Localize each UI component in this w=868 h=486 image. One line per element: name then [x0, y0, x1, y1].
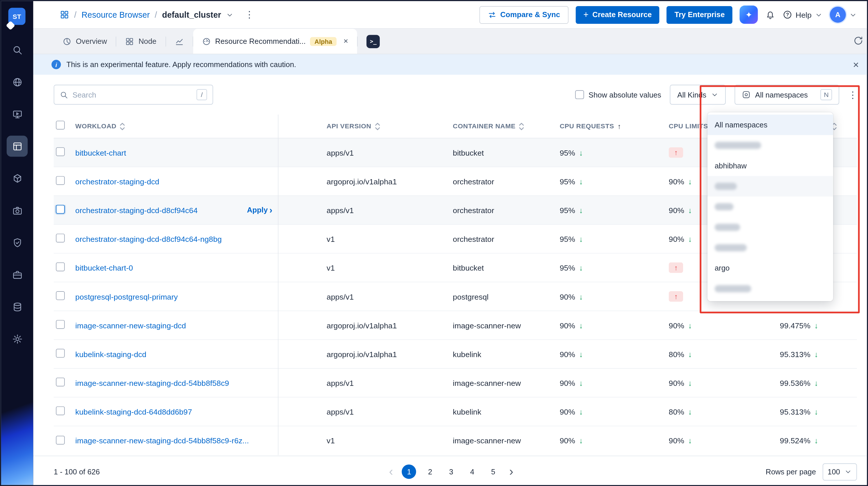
prev-page-button[interactable]: ‹ — [387, 466, 395, 478]
namespace-option-redacted[interactable] — [708, 135, 833, 156]
create-resource-button[interactable]: + Create Resource — [576, 6, 659, 24]
namespace-option-redacted[interactable] — [708, 176, 833, 196]
namespace-option-redacted[interactable] — [708, 217, 833, 238]
page-button-5[interactable]: 5 — [486, 464, 500, 479]
sidebar-item-applications[interactable] — [7, 104, 28, 125]
sidebar-item-settings[interactable] — [7, 328, 28, 349]
column-header-container-name[interactable]: CONTAINER NAME — [453, 122, 560, 130]
more-options-kebab-icon[interactable]: ⋮ — [848, 89, 857, 100]
rows-per-page-value: 100 — [828, 467, 840, 476]
show-absolute-values-toggle[interactable]: Show absolute values — [576, 90, 661, 99]
page-button-4[interactable]: 4 — [465, 464, 479, 479]
database-icon — [12, 301, 22, 312]
sidebar-item-security[interactable] — [7, 200, 28, 221]
sidebar-item-stacks[interactable] — [7, 296, 28, 317]
workload-link[interactable]: bitbucket-chart — [75, 148, 126, 157]
sidebar-item-policies[interactable] — [7, 232, 28, 253]
row-checkbox[interactable] — [56, 320, 65, 329]
arrow-down-icon: ↓ — [579, 407, 583, 416]
namespace-option-redacted[interactable] — [708, 196, 833, 217]
monitor-icon — [12, 109, 22, 119]
tab-overview[interactable]: Overview — [54, 29, 116, 54]
page-button-2[interactable]: 2 — [423, 464, 437, 479]
show-absolute-values-checkbox[interactable] — [576, 90, 584, 99]
table-row[interactable]: image-scanner-new-staging-dcdargoproj.io… — [54, 311, 857, 340]
workload-link[interactable]: orchestrator-staging-dcd-d8cf94c64-ng8bg — [75, 235, 222, 244]
column-header-api-version[interactable]: API VERSION — [327, 122, 453, 130]
compare-sync-button[interactable]: Compare & Sync — [479, 6, 568, 24]
table-row[interactable]: image-scanner-new-staging-dcd-54bb8f58c9… — [54, 426, 857, 455]
tab-close-icon[interactable]: ✕ — [343, 38, 348, 45]
namespace-option[interactable]: abhibhaw — [708, 156, 833, 176]
page-button-3[interactable]: 3 — [444, 464, 458, 479]
workload-link[interactable]: bitbucket-chart-0 — [75, 263, 133, 272]
column-header-cpu-requests[interactable]: CPU REQUESTS↑ — [560, 122, 669, 130]
row-checkbox[interactable] — [56, 263, 65, 271]
workload-link[interactable]: image-scanner-new-staging-dcd-54bb8f58c9… — [75, 436, 249, 445]
workload-link[interactable]: image-scanner-new-staging-dcd-54bb8f58c9 — [75, 378, 229, 387]
arrow-down-icon: ↓ — [814, 378, 818, 387]
sidebar-item-search[interactable] — [7, 39, 28, 60]
namespace-option[interactable]: All namespaces — [708, 115, 833, 135]
org-logo[interactable]: ST — [6, 8, 28, 33]
redacted-text — [715, 203, 734, 211]
workload-link[interactable]: orchestrator-staging-dcd — [75, 177, 159, 186]
try-enterprise-button[interactable]: Try Enterprise — [667, 6, 733, 24]
show-absolute-values-label: Show absolute values — [588, 91, 661, 99]
ai-assistant-button[interactable]: ✦ — [740, 5, 758, 24]
tab-monitoring[interactable] — [166, 29, 192, 54]
arrow-down-icon: ↓ — [688, 177, 692, 186]
workload-link[interactable]: orchestrator-staging-dcd-d8cf94c64 — [75, 206, 197, 215]
breadcrumb-resource-browser-link[interactable]: Resource Browser — [82, 10, 150, 19]
table-row[interactable]: image-scanner-new-staging-dcd-54bb8f58c9… — [54, 369, 857, 397]
namespace-option[interactable]: argo — [708, 258, 833, 279]
arrow-down-icon: ↓ — [688, 436, 692, 445]
page-button-1[interactable]: 1 — [402, 464, 416, 479]
select-all-checkbox[interactable] — [56, 121, 65, 130]
search-input[interactable] — [72, 91, 192, 99]
tab-node[interactable]: Node — [116, 29, 165, 54]
cluster-switch-chevron-icon[interactable] — [226, 11, 234, 19]
sidebar-item-clusters[interactable] — [7, 71, 28, 92]
workload-link[interactable]: kubelink-staging-dcd — [75, 350, 146, 359]
notifications-button[interactable] — [765, 9, 776, 20]
row-checkbox[interactable] — [56, 406, 65, 416]
namespace-filter-dropdown[interactable]: All namespaces N — [735, 85, 839, 105]
row-checkbox[interactable] — [56, 349, 65, 358]
workload-link[interactable]: image-scanner-new-staging-dcd — [75, 321, 186, 330]
sidebar-item-resource-browser[interactable] — [7, 135, 28, 156]
next-page-button[interactable]: › — [507, 466, 516, 478]
row-checkbox[interactable] — [56, 176, 65, 185]
row-checkbox[interactable] — [56, 147, 65, 156]
row-checkbox[interactable] — [56, 378, 65, 387]
resource-browser-grid-icon[interactable] — [60, 10, 69, 19]
info-icon: i — [51, 60, 61, 69]
row-checkbox[interactable] — [56, 205, 65, 214]
table-row[interactable]: kubelink-staging-dcd-64d8dd6b97apps/v1ku… — [54, 397, 857, 426]
kind-filter-dropdown[interactable]: All Kinds — [670, 85, 726, 105]
refresh-button[interactable] — [853, 35, 864, 47]
row-checkbox[interactable] — [56, 234, 65, 243]
tab-terminal[interactable]: >_ — [358, 29, 389, 54]
tab-resource-recommendations[interactable]: Resource Recommendati...Alpha✕ — [193, 29, 358, 54]
container-name-cell: orchestrator — [453, 177, 560, 186]
table-row[interactable]: kubelink-staging-dcdargoproj.io/v1alpha1… — [54, 340, 857, 369]
column-header-workload[interactable]: WORKLOAD — [75, 122, 327, 130]
arrow-down-icon: ↓ — [579, 206, 583, 215]
cluster-menu-kebab-icon[interactable]: ⋮ — [244, 9, 254, 21]
namespace-option-redacted[interactable] — [708, 278, 833, 299]
banner-close-icon[interactable]: ✕ — [852, 60, 859, 69]
help-menu[interactable]: ? Help — [783, 10, 823, 19]
rows-per-page-select[interactable]: 100 — [823, 463, 857, 480]
sidebar-item-chart-store[interactable] — [7, 168, 28, 189]
topbar-actions: Compare & Sync + Create Resource Try Ent… — [479, 5, 857, 24]
row-checkbox[interactable] — [56, 291, 65, 300]
row-checkbox[interactable] — [56, 435, 65, 445]
user-menu[interactable]: A — [830, 7, 857, 23]
workload-link[interactable]: kubelink-staging-dcd-64d8dd6b97 — [75, 407, 192, 416]
search-box[interactable]: / — [54, 85, 213, 105]
apply-recommendation-link[interactable]: Apply› — [247, 206, 272, 215]
workload-link[interactable]: postgresql-postgresql-primary — [75, 292, 178, 301]
sidebar-item-jobs[interactable] — [7, 264, 28, 285]
namespace-option-redacted[interactable] — [708, 238, 833, 258]
